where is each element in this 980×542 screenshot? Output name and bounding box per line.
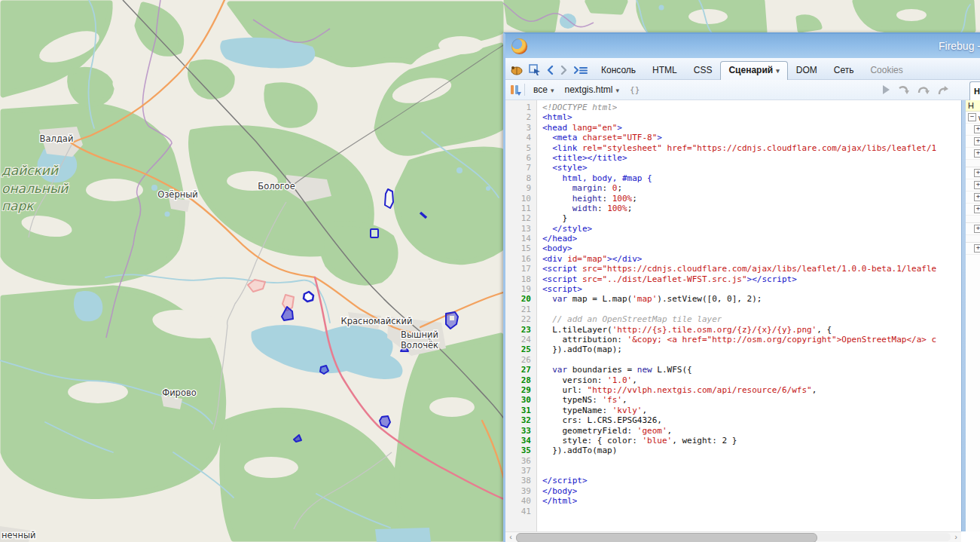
line-number[interactable]: 7 [505, 163, 537, 173]
expand-icon[interactable]: + [974, 225, 980, 233]
line-source: <style> [537, 163, 588, 173]
panel-tab-html[interactable]: HTML [644, 61, 685, 79]
code-line: 17<script src="https://cdnjs.cloudflare.… [505, 264, 961, 274]
script-filter-dropdown[interactable]: все▾ [533, 84, 554, 95]
scroll-track[interactable] [516, 533, 951, 541]
break-on-next-icon[interactable] [510, 84, 521, 96]
expand-icon[interactable]: + [974, 181, 980, 189]
pretty-print-button[interactable]: {} [630, 85, 640, 95]
expand-icon[interactable]: + [974, 137, 980, 145]
line-number[interactable]: 1 [505, 103, 537, 112]
watch-panel: Н−w+++++++++ [966, 100, 980, 531]
scroll-right-arrow[interactable]: › [951, 532, 961, 542]
panel-tab-сеть[interactable]: Сеть [826, 61, 862, 79]
wfs-ring [304, 292, 313, 302]
line-number[interactable]: 28 [505, 375, 537, 385]
line-number[interactable]: 16 [505, 254, 537, 264]
expand-icon[interactable]: + [974, 125, 980, 133]
line-source: margin: 0; [537, 183, 622, 193]
line-number[interactable]: 29 [505, 385, 537, 395]
line-number[interactable]: 26 [505, 355, 537, 365]
watch-row[interactable]: + [966, 223, 980, 235]
watch-row[interactable]: + [966, 243, 980, 255]
line-number[interactable]: 5 [505, 143, 537, 153]
panel-tab-css[interactable]: CSS [685, 61, 721, 79]
panel-tab-консоль[interactable]: Консоль [593, 61, 644, 79]
back-icon[interactable] [546, 65, 554, 75]
line-number[interactable]: 34 [505, 436, 537, 446]
panel-tab-сценарий[interactable]: Сценарий▾ [720, 61, 787, 80]
panel-tab-dom[interactable]: DOM [788, 61, 826, 79]
line-number[interactable]: 9 [505, 183, 537, 193]
expand-icon[interactable]: + [974, 205, 980, 213]
line-number[interactable]: 4 [505, 133, 537, 142]
line-number[interactable]: 31 [505, 406, 537, 415]
line-source: <head lang="en"> [537, 123, 622, 133]
line-number[interactable]: 38 [505, 476, 537, 485]
line-number[interactable]: 30 [505, 395, 537, 405]
line-number[interactable]: 25 [505, 344, 537, 354]
line-number[interactable]: 2 [505, 112, 537, 122]
forward-icon[interactable] [560, 65, 568, 75]
line-number[interactable]: 12 [505, 213, 537, 223]
line-number[interactable]: 41 [505, 507, 537, 516]
line-number[interactable]: 37 [505, 466, 537, 476]
line-number[interactable]: 32 [505, 415, 537, 425]
line-number[interactable]: 19 [505, 284, 537, 294]
line-number[interactable]: 39 [505, 486, 537, 496]
watch-row[interactable]: + [966, 191, 980, 204]
line-number[interactable]: 21 [505, 305, 537, 314]
line-number[interactable]: 13 [505, 224, 537, 234]
line-number[interactable]: 33 [505, 426, 537, 436]
step-over-icon[interactable] [917, 84, 930, 95]
line-number[interactable]: 27 [505, 365, 537, 375]
command-line-icon[interactable] [573, 65, 588, 75]
step-into-icon[interactable] [898, 84, 910, 95]
expand-icon[interactable]: + [974, 169, 980, 177]
horizontal-scrollbar[interactable]: ‹ › [505, 531, 961, 542]
scroll-thumb[interactable] [516, 533, 817, 542]
collapse-icon[interactable]: − [968, 113, 976, 121]
line-number[interactable]: 15 [505, 243, 537, 253]
watch-row[interactable]: + [966, 136, 980, 148]
window-titlebar[interactable]: Firebug - [505, 34, 980, 58]
line-number[interactable]: 35 [505, 446, 537, 455]
watch-row[interactable]: + [966, 179, 980, 191]
source-view[interactable]: 1<!DOCTYPE html>2<html>3<head lang="en">… [505, 100, 961, 531]
watch-row[interactable]: + [966, 124, 980, 136]
continue-icon[interactable] [881, 84, 890, 95]
watch-row[interactable]: −w [966, 112, 980, 124]
line-number[interactable]: 11 [505, 204, 537, 213]
line-number[interactable]: 36 [505, 456, 537, 466]
line-number[interactable]: 22 [505, 314, 537, 324]
panel-tab-cookies[interactable]: Cookies [862, 61, 911, 79]
line-number[interactable]: 20 [505, 294, 537, 304]
watch-side-tab[interactable]: Н [969, 81, 980, 101]
step-out-icon[interactable] [937, 84, 949, 95]
watch-new-expression[interactable]: Н [966, 100, 980, 112]
watch-row[interactable]: + [966, 148, 980, 160]
expand-icon[interactable]: + [974, 193, 980, 201]
line-number[interactable]: 24 [505, 335, 537, 344]
line-number[interactable]: 14 [505, 234, 537, 243]
line-number[interactable]: 10 [505, 194, 537, 204]
scroll-left-arrow[interactable]: ‹ [505, 532, 516, 542]
line-number[interactable]: 8 [505, 173, 537, 183]
line-source: } [537, 213, 567, 223]
line-number[interactable]: 3 [505, 123, 537, 133]
firebug-icon[interactable] [510, 65, 524, 75]
expand-icon[interactable]: + [974, 244, 980, 253]
line-number[interactable]: 23 [505, 325, 537, 335]
line-number[interactable]: 6 [505, 153, 537, 163]
expand-icon[interactable]: + [974, 149, 980, 158]
line-number[interactable]: 40 [505, 496, 537, 506]
watch-row[interactable]: + [966, 167, 980, 179]
line-source: <script src="../dist/Leaflet-WFST.src.js… [537, 274, 797, 284]
watch-row[interactable]: + [966, 204, 980, 216]
line-number[interactable]: 17 [505, 264, 537, 274]
script-file-dropdown[interactable]: nextgis.html▾ [564, 84, 619, 95]
line-number[interactable]: 18 [505, 274, 537, 284]
inspect-icon[interactable] [529, 64, 541, 75]
line-source: height: 100%; [537, 194, 637, 204]
code-line: 31 typeName: 'kvly', [505, 406, 961, 415]
